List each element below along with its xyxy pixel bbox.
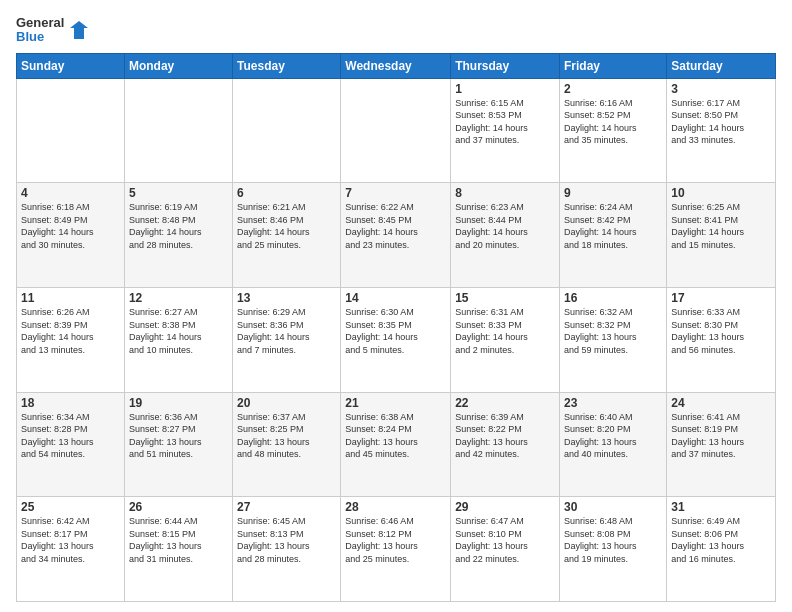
logo-container: General Blue <box>16 16 64 45</box>
week-row-2: 4Sunrise: 6:18 AM Sunset: 8:49 PM Daylig… <box>17 183 776 288</box>
calendar-cell: 13Sunrise: 6:29 AM Sunset: 8:36 PM Dayli… <box>233 287 341 392</box>
day-info: Sunrise: 6:36 AM Sunset: 8:27 PM Dayligh… <box>129 411 228 461</box>
calendar-cell: 10Sunrise: 6:25 AM Sunset: 8:41 PM Dayli… <box>667 183 776 288</box>
calendar-cell: 27Sunrise: 6:45 AM Sunset: 8:13 PM Dayli… <box>233 497 341 602</box>
day-info: Sunrise: 6:21 AM Sunset: 8:46 PM Dayligh… <box>237 201 336 251</box>
day-info: Sunrise: 6:16 AM Sunset: 8:52 PM Dayligh… <box>564 97 662 147</box>
day-number: 24 <box>671 396 771 410</box>
calendar-cell: 6Sunrise: 6:21 AM Sunset: 8:46 PM Daylig… <box>233 183 341 288</box>
day-info: Sunrise: 6:44 AM Sunset: 8:15 PM Dayligh… <box>129 515 228 565</box>
calendar-cell: 22Sunrise: 6:39 AM Sunset: 8:22 PM Dayli… <box>451 392 560 497</box>
calendar-cell: 12Sunrise: 6:27 AM Sunset: 8:38 PM Dayli… <box>124 287 232 392</box>
day-info: Sunrise: 6:33 AM Sunset: 8:30 PM Dayligh… <box>671 306 771 356</box>
week-row-5: 25Sunrise: 6:42 AM Sunset: 8:17 PM Dayli… <box>17 497 776 602</box>
day-number: 21 <box>345 396 446 410</box>
calendar-cell: 11Sunrise: 6:26 AM Sunset: 8:39 PM Dayli… <box>17 287 125 392</box>
day-number: 3 <box>671 82 771 96</box>
day-info: Sunrise: 6:45 AM Sunset: 8:13 PM Dayligh… <box>237 515 336 565</box>
calendar-cell: 30Sunrise: 6:48 AM Sunset: 8:08 PM Dayli… <box>560 497 667 602</box>
calendar-table: SundayMondayTuesdayWednesdayThursdayFrid… <box>16 53 776 602</box>
day-header-thursday: Thursday <box>451 53 560 78</box>
day-header-saturday: Saturday <box>667 53 776 78</box>
calendar-cell: 18Sunrise: 6:34 AM Sunset: 8:28 PM Dayli… <box>17 392 125 497</box>
calendar-cell: 9Sunrise: 6:24 AM Sunset: 8:42 PM Daylig… <box>560 183 667 288</box>
calendar-cell: 15Sunrise: 6:31 AM Sunset: 8:33 PM Dayli… <box>451 287 560 392</box>
calendar-cell <box>124 78 232 183</box>
day-info: Sunrise: 6:30 AM Sunset: 8:35 PM Dayligh… <box>345 306 446 356</box>
day-number: 29 <box>455 500 555 514</box>
day-number: 15 <box>455 291 555 305</box>
day-header-monday: Monday <box>124 53 232 78</box>
day-info: Sunrise: 6:49 AM Sunset: 8:06 PM Dayligh… <box>671 515 771 565</box>
calendar-cell: 5Sunrise: 6:19 AM Sunset: 8:48 PM Daylig… <box>124 183 232 288</box>
day-info: Sunrise: 6:19 AM Sunset: 8:48 PM Dayligh… <box>129 201 228 251</box>
day-number: 23 <box>564 396 662 410</box>
calendar-header-row: SundayMondayTuesdayWednesdayThursdayFrid… <box>17 53 776 78</box>
day-header-sunday: Sunday <box>17 53 125 78</box>
day-info: Sunrise: 6:15 AM Sunset: 8:53 PM Dayligh… <box>455 97 555 147</box>
svg-marker-0 <box>70 21 88 39</box>
day-info: Sunrise: 6:41 AM Sunset: 8:19 PM Dayligh… <box>671 411 771 461</box>
day-info: Sunrise: 6:31 AM Sunset: 8:33 PM Dayligh… <box>455 306 555 356</box>
day-number: 16 <box>564 291 662 305</box>
day-info: Sunrise: 6:18 AM Sunset: 8:49 PM Dayligh… <box>21 201 120 251</box>
calendar-cell: 25Sunrise: 6:42 AM Sunset: 8:17 PM Dayli… <box>17 497 125 602</box>
day-info: Sunrise: 6:34 AM Sunset: 8:28 PM Dayligh… <box>21 411 120 461</box>
day-info: Sunrise: 6:47 AM Sunset: 8:10 PM Dayligh… <box>455 515 555 565</box>
logo-line1: General <box>16 16 64 30</box>
calendar-cell: 17Sunrise: 6:33 AM Sunset: 8:30 PM Dayli… <box>667 287 776 392</box>
day-number: 8 <box>455 186 555 200</box>
calendar-body: 1Sunrise: 6:15 AM Sunset: 8:53 PM Daylig… <box>17 78 776 601</box>
day-number: 5 <box>129 186 228 200</box>
logo: General Blue <box>16 16 90 45</box>
day-number: 6 <box>237 186 336 200</box>
day-info: Sunrise: 6:22 AM Sunset: 8:45 PM Dayligh… <box>345 201 446 251</box>
calendar-cell: 24Sunrise: 6:41 AM Sunset: 8:19 PM Dayli… <box>667 392 776 497</box>
day-number: 7 <box>345 186 446 200</box>
day-number: 12 <box>129 291 228 305</box>
day-info: Sunrise: 6:25 AM Sunset: 8:41 PM Dayligh… <box>671 201 771 251</box>
week-row-3: 11Sunrise: 6:26 AM Sunset: 8:39 PM Dayli… <box>17 287 776 392</box>
day-number: 2 <box>564 82 662 96</box>
calendar-cell <box>341 78 451 183</box>
day-number: 25 <box>21 500 120 514</box>
day-info: Sunrise: 6:37 AM Sunset: 8:25 PM Dayligh… <box>237 411 336 461</box>
day-info: Sunrise: 6:29 AM Sunset: 8:36 PM Dayligh… <box>237 306 336 356</box>
calendar-cell: 21Sunrise: 6:38 AM Sunset: 8:24 PM Dayli… <box>341 392 451 497</box>
day-number: 4 <box>21 186 120 200</box>
day-header-tuesday: Tuesday <box>233 53 341 78</box>
calendar-cell: 4Sunrise: 6:18 AM Sunset: 8:49 PM Daylig… <box>17 183 125 288</box>
calendar-cell: 20Sunrise: 6:37 AM Sunset: 8:25 PM Dayli… <box>233 392 341 497</box>
day-number: 30 <box>564 500 662 514</box>
day-info: Sunrise: 6:42 AM Sunset: 8:17 PM Dayligh… <box>21 515 120 565</box>
calendar-cell: 19Sunrise: 6:36 AM Sunset: 8:27 PM Dayli… <box>124 392 232 497</box>
calendar-cell: 8Sunrise: 6:23 AM Sunset: 8:44 PM Daylig… <box>451 183 560 288</box>
day-info: Sunrise: 6:32 AM Sunset: 8:32 PM Dayligh… <box>564 306 662 356</box>
logo-line2: Blue <box>16 30 64 44</box>
day-info: Sunrise: 6:17 AM Sunset: 8:50 PM Dayligh… <box>671 97 771 147</box>
day-info: Sunrise: 6:24 AM Sunset: 8:42 PM Dayligh… <box>564 201 662 251</box>
day-number: 31 <box>671 500 771 514</box>
day-number: 13 <box>237 291 336 305</box>
day-number: 9 <box>564 186 662 200</box>
day-number: 18 <box>21 396 120 410</box>
day-number: 19 <box>129 396 228 410</box>
calendar-cell: 29Sunrise: 6:47 AM Sunset: 8:10 PM Dayli… <box>451 497 560 602</box>
day-info: Sunrise: 6:46 AM Sunset: 8:12 PM Dayligh… <box>345 515 446 565</box>
calendar-cell <box>17 78 125 183</box>
day-number: 22 <box>455 396 555 410</box>
day-number: 27 <box>237 500 336 514</box>
calendar-cell: 2Sunrise: 6:16 AM Sunset: 8:52 PM Daylig… <box>560 78 667 183</box>
day-header-wednesday: Wednesday <box>341 53 451 78</box>
day-info: Sunrise: 6:48 AM Sunset: 8:08 PM Dayligh… <box>564 515 662 565</box>
calendar-cell: 14Sunrise: 6:30 AM Sunset: 8:35 PM Dayli… <box>341 287 451 392</box>
calendar-cell: 26Sunrise: 6:44 AM Sunset: 8:15 PM Dayli… <box>124 497 232 602</box>
day-info: Sunrise: 6:40 AM Sunset: 8:20 PM Dayligh… <box>564 411 662 461</box>
day-number: 26 <box>129 500 228 514</box>
day-number: 17 <box>671 291 771 305</box>
day-number: 1 <box>455 82 555 96</box>
day-number: 20 <box>237 396 336 410</box>
calendar-cell: 3Sunrise: 6:17 AM Sunset: 8:50 PM Daylig… <box>667 78 776 183</box>
day-info: Sunrise: 6:38 AM Sunset: 8:24 PM Dayligh… <box>345 411 446 461</box>
day-header-friday: Friday <box>560 53 667 78</box>
